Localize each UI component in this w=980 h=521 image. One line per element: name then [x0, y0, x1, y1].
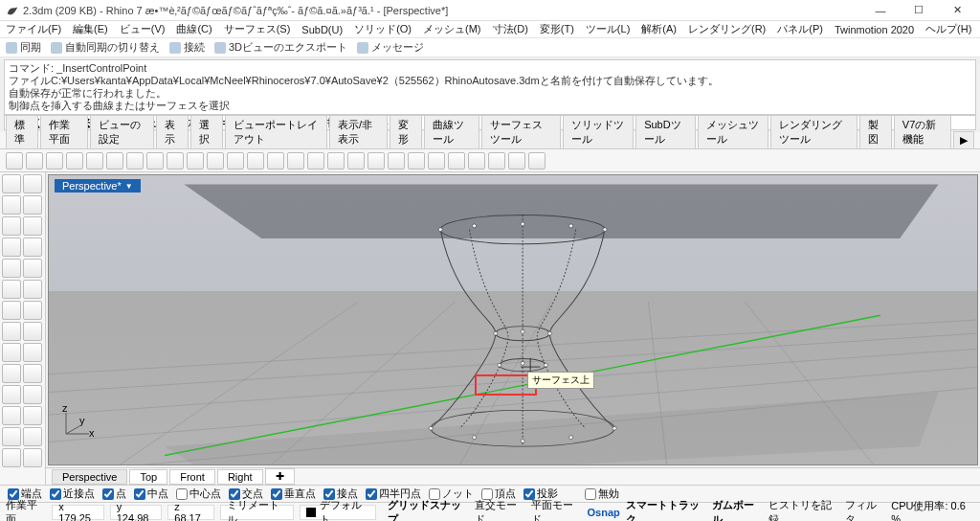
status-filter[interactable]: フィルタ: [845, 498, 885, 522]
side-tool-icon[interactable]: [23, 427, 42, 446]
autosync-button[interactable]: 自動同期の切り替え: [51, 40, 160, 55]
tool-icon[interactable]: [6, 152, 23, 170]
osnap-disable[interactable]: 無効: [585, 487, 619, 501]
side-tool-icon[interactable]: [23, 174, 42, 193]
menu-tools[interactable]: ツール(L): [586, 22, 630, 36]
tab-select[interactable]: 選択: [190, 115, 223, 148]
menu-surface[interactable]: サーフェス(S): [224, 22, 291, 36]
menu-help[interactable]: ヘルプ(H): [925, 22, 971, 36]
menu-file[interactable]: ファイル(F): [6, 22, 61, 36]
menu-twinmotion[interactable]: Twinmotion 2020: [835, 24, 914, 35]
tab-drafting[interactable]: 製図: [859, 115, 892, 148]
side-tool-icon[interactable]: [23, 406, 42, 425]
menu-edit[interactable]: 編集(E): [73, 22, 108, 36]
status-layer[interactable]: デフォルト: [300, 505, 376, 520]
tab-rendertools[interactable]: レンダリングツール: [770, 115, 858, 148]
tool-icon[interactable]: [66, 152, 83, 170]
menu-solid[interactable]: ソリッド(O): [354, 22, 412, 36]
message-button[interactable]: メッセージ: [357, 40, 424, 55]
tool-icon[interactable]: [146, 152, 164, 170]
status-ortho[interactable]: 直交モード: [475, 498, 525, 522]
status-planar[interactable]: 平面モード: [531, 498, 582, 522]
view-tab-perspective[interactable]: Perspective: [52, 469, 127, 485]
tab-meshtools[interactable]: メッシュツール: [698, 115, 769, 148]
menu-dimension[interactable]: 寸法(D): [493, 22, 528, 36]
tabs-scroll-right[interactable]: ▶: [953, 131, 974, 148]
tool-icon[interactable]: [468, 152, 485, 170]
view-tab-add[interactable]: ✚: [265, 468, 295, 485]
side-tool-icon[interactable]: [2, 174, 21, 193]
status-gridsnap[interactable]: グリッドスナップ: [388, 498, 468, 522]
connect-button[interactable]: 接続: [169, 40, 205, 55]
menu-render[interactable]: レンダリング(R): [688, 22, 766, 36]
side-tool-icon[interactable]: [23, 280, 42, 299]
side-tool-icon[interactable]: [2, 427, 21, 446]
tool-icon[interactable]: [207, 152, 224, 170]
side-tool-icon[interactable]: [2, 448, 21, 467]
tool-icon[interactable]: [327, 152, 345, 170]
side-tool-icon[interactable]: [23, 216, 42, 236]
export3d-button[interactable]: 3Dビューのエクスポート: [214, 40, 347, 55]
tool-icon[interactable]: [287, 152, 304, 170]
menu-transform[interactable]: 変形(T): [540, 22, 574, 36]
side-tool-icon[interactable]: [2, 406, 21, 425]
minimize-button[interactable]: —: [863, 1, 898, 20]
view-tab-top[interactable]: Top: [129, 469, 167, 485]
tab-curvetools[interactable]: 曲線ツール: [424, 115, 479, 148]
tool-icon[interactable]: [247, 152, 264, 170]
tool-icon[interactable]: [167, 152, 184, 170]
tool-icon[interactable]: [488, 152, 505, 170]
tool-icon[interactable]: [46, 152, 63, 170]
tab-transform[interactable]: 変形: [390, 115, 422, 148]
side-tool-icon[interactable]: [2, 195, 21, 215]
tool-icon[interactable]: [126, 152, 144, 170]
status-history[interactable]: ヒストリを記録: [768, 498, 839, 522]
tool-icon[interactable]: [86, 152, 103, 170]
tool-icon[interactable]: [26, 152, 43, 170]
tab-surfacetools[interactable]: サーフェスツール: [481, 115, 561, 148]
tool-icon[interactable]: [368, 152, 385, 170]
tab-display[interactable]: 表示: [156, 115, 189, 148]
side-tool-icon[interactable]: [23, 322, 42, 341]
side-tool-icon[interactable]: [23, 238, 42, 257]
side-tool-icon[interactable]: [23, 259, 42, 278]
status-osnap[interactable]: Osnap: [588, 507, 620, 518]
side-tool-icon[interactable]: [23, 195, 42, 215]
side-tool-icon[interactable]: [2, 322, 21, 341]
tab-v7new[interactable]: V7の新機能: [894, 115, 951, 148]
side-tool-icon[interactable]: [23, 385, 42, 404]
status-plane[interactable]: 作業平面: [6, 498, 46, 522]
view-tab-front[interactable]: Front: [169, 469, 215, 485]
tool-icon[interactable]: [227, 152, 244, 170]
viewport-perspective[interactable]: Perspective* ▼: [48, 174, 978, 465]
tab-layout[interactable]: ビューポートレイアウト: [225, 115, 327, 148]
osnap-near[interactable]: 近接点: [50, 487, 95, 501]
status-smarttrack[interactable]: スマートトラック: [626, 498, 706, 522]
side-tool-icon[interactable]: [2, 259, 21, 278]
tool-icon[interactable]: [106, 152, 123, 170]
side-tool-icon[interactable]: [23, 301, 42, 320]
status-units[interactable]: ミリメートル: [220, 505, 294, 520]
tool-icon[interactable]: [428, 152, 445, 170]
menu-mesh[interactable]: メッシュ(M): [423, 22, 481, 36]
tool-icon[interactable]: [307, 152, 324, 170]
osnap-mid[interactable]: 中点: [134, 487, 168, 501]
tab-solidtools[interactable]: ソリッドツール: [563, 115, 635, 148]
tab-viewset[interactable]: ビューの設定: [90, 115, 153, 148]
tool-icon[interactable]: [508, 152, 525, 170]
tool-icon[interactable]: [347, 152, 365, 170]
sync-button[interactable]: 同期: [6, 40, 41, 55]
side-tool-icon[interactable]: [2, 364, 21, 383]
tab-visibility[interactable]: 表示/非表示: [329, 115, 388, 148]
menu-analyze[interactable]: 解析(A): [641, 22, 677, 36]
side-tool-icon[interactable]: [2, 343, 21, 362]
tool-icon[interactable]: [187, 152, 204, 170]
tool-icon[interactable]: [388, 152, 405, 170]
tool-icon[interactable]: [528, 152, 546, 170]
maximize-button[interactable]: ☐: [902, 1, 936, 20]
menu-subd[interactable]: SubD(U): [301, 24, 343, 35]
side-tool-icon[interactable]: [23, 448, 42, 467]
menu-panels[interactable]: パネル(P): [777, 22, 823, 36]
tab-subdtools[interactable]: SubDツール: [635, 115, 695, 148]
close-button[interactable]: ✕: [940, 1, 974, 20]
